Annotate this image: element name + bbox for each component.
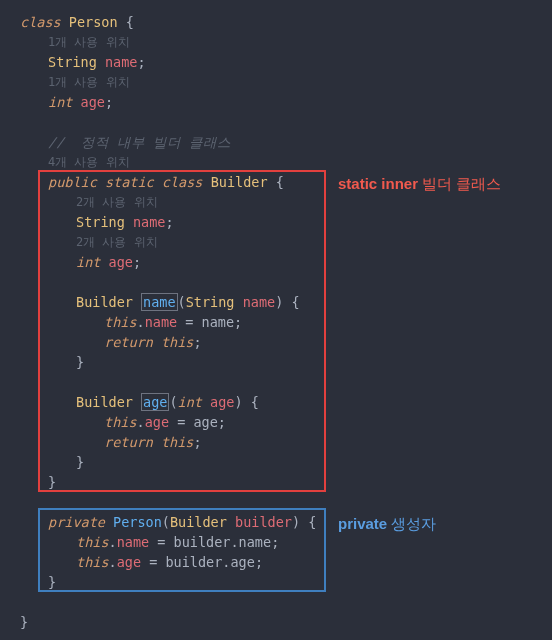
code-line: this.name = name; — [20, 312, 552, 332]
comment: // 정적 내부 빌더 클래스 — [20, 132, 552, 152]
code-line: int age; — [20, 92, 552, 112]
code-line: Builder name(String name) { — [20, 292, 552, 312]
keyword-class: class — [20, 14, 61, 30]
code-line: this.age = builder.age; — [20, 552, 552, 572]
code-line: String name; — [20, 52, 552, 72]
code-line: } — [20, 352, 552, 372]
blank-line — [20, 592, 552, 612]
code-line: class Person { — [20, 12, 552, 32]
unused-method[interactable]: age — [141, 393, 169, 411]
code-line: this.age = age; — [20, 412, 552, 432]
blank-line — [20, 492, 552, 512]
blank-line — [20, 112, 552, 132]
code-editor[interactable]: class Person { 1개 사용 위치 String name; 1개 … — [20, 12, 552, 632]
code-line: } — [20, 572, 552, 592]
code-line: String name; — [20, 212, 552, 232]
blank-line — [20, 372, 552, 392]
code-line: int age; — [20, 252, 552, 272]
code-line: } — [20, 612, 552, 632]
class-name: Person — [69, 14, 118, 30]
annotation-blue: private 생성자 — [338, 514, 436, 534]
usage-hint[interactable]: 1개 사용 위치 — [20, 72, 552, 92]
code-line: } — [20, 472, 552, 492]
usage-hint[interactable]: 4개 사용 위치 — [20, 152, 552, 172]
code-line: } — [20, 452, 552, 472]
annotation-red: static inner 빌더 클래스 — [338, 174, 501, 194]
code-line: private Person(Builder builder) { — [20, 512, 552, 532]
code-line: Builder age(int age) { — [20, 392, 552, 412]
code-line: return this; — [20, 332, 552, 352]
usage-hint[interactable]: 1개 사용 위치 — [20, 32, 552, 52]
blank-line — [20, 272, 552, 292]
unused-method[interactable]: name — [141, 293, 178, 311]
usage-hint[interactable]: 2개 사용 위치 — [20, 232, 552, 252]
usage-hint[interactable]: 2개 사용 위치 — [20, 192, 552, 212]
code-line: this.name = builder.name; — [20, 532, 552, 552]
code-line: return this; — [20, 432, 552, 452]
